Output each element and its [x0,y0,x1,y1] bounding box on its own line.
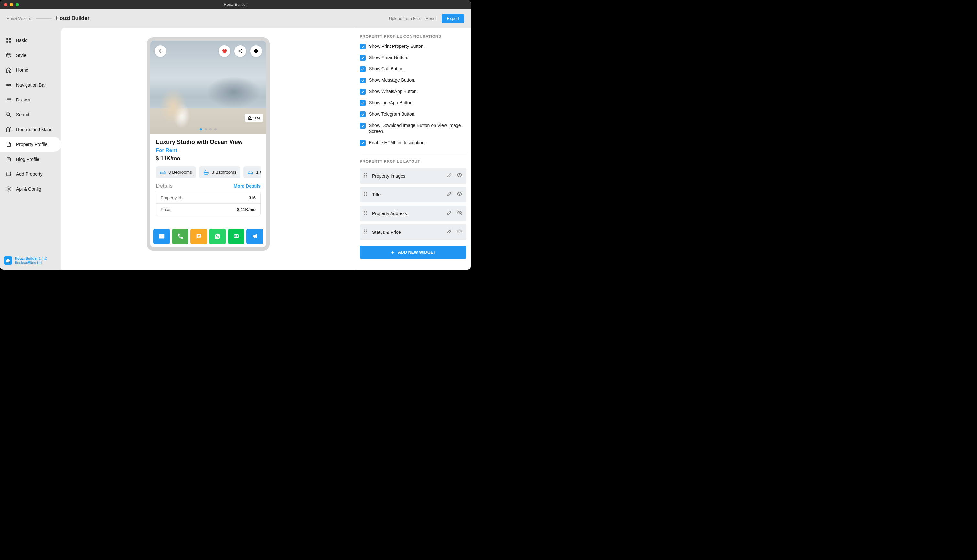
sidebar-item-navigation-bar[interactable]: Navigation Bar [0,78,62,92]
window-title: Houzi Builder [224,2,247,7]
eye-off-icon[interactable] [457,210,462,217]
drag-handle-icon[interactable] [364,173,368,179]
layout-row-address[interactable]: Property Address [360,206,466,221]
maximize-icon[interactable] [15,3,19,7]
edit-icon[interactable] [447,172,452,179]
check-email[interactable]: Show Email Button. [360,55,466,61]
drag-handle-icon[interactable] [364,229,368,235]
export-button[interactable]: Export [442,14,464,23]
table-row: Price:$ 11K/mo [156,204,260,215]
sidebar-item-label: Home [16,67,28,73]
svg-point-6 [8,53,9,54]
property-image[interactable]: 1/4 [150,41,266,134]
svg-point-66 [459,231,460,232]
drag-handle-icon[interactable] [364,210,368,217]
layout-row-status-price[interactable]: Status & Price [360,225,466,240]
svg-point-60 [365,229,365,230]
reset-button[interactable]: Reset [425,16,437,21]
favorite-button[interactable] [219,45,230,57]
property-price: $ 11K/mo [156,155,261,162]
svg-rect-11 [9,85,11,86]
edit-icon[interactable] [447,228,452,235]
svg-point-44 [459,175,460,176]
app-logo-icon [4,257,12,265]
edit-icon[interactable] [447,210,452,217]
check-message[interactable]: Show Message Button. [360,77,466,83]
svg-point-48 [366,193,367,194]
layout-row-images[interactable]: Property Images [360,168,466,184]
svg-rect-0 [7,38,8,40]
close-icon[interactable] [4,3,7,7]
svg-point-49 [365,195,365,196]
check-call[interactable]: Show Call Button. [360,66,466,72]
eye-icon[interactable] [457,191,462,198]
sidebar-item-label: Drawer [16,97,31,102]
dashboard-icon [6,37,12,43]
check-telegram[interactable]: Show Telegram Button. [360,111,466,117]
sidebar-item-search[interactable]: Search [0,107,62,122]
line-button[interactable]: LINE [228,228,245,244]
email-button[interactable] [153,228,170,244]
whatsapp-button[interactable] [209,228,226,244]
sidebar-item-results-maps[interactable]: Results and Maps [0,122,62,137]
more-details-link[interactable]: More Details [234,183,261,188]
message-button[interactable] [191,228,207,244]
upload-from-file-button[interactable]: Upload from File [389,16,420,21]
sidebar-item-style[interactable]: Style [0,48,62,63]
sidebar-item-drawer[interactable]: Drawer [0,92,62,107]
sidebar-item-basic[interactable]: Basic [0,33,62,48]
svg-point-51 [459,193,460,195]
svg-point-57 [366,214,367,215]
sidebar-item-property-profile[interactable]: Property Profile [0,137,62,152]
check-download-image[interactable]: Show Download Image Button on View Image… [360,122,466,135]
check-html-description[interactable]: Enable HTML in description. [360,140,466,146]
check-lineapp[interactable]: Show LineApp Button. [360,100,466,106]
drag-handle-icon[interactable] [364,192,368,198]
checkbox-icon [360,66,366,72]
edit-icon[interactable] [447,191,452,198]
print-button[interactable] [250,45,262,57]
page-title: Houzi Builder [56,15,89,21]
plus-icon [390,250,395,255]
sidebar-item-add-property[interactable]: Add Property [0,167,62,182]
wizard-link[interactable]: Houzi Wizard [7,16,31,21]
svg-point-15 [7,113,10,116]
titlebar: Houzi Builder [0,0,471,9]
svg-point-56 [365,214,365,215]
sidebar-item-api-config[interactable]: Api & Config [0,182,62,197]
back-button[interactable] [154,45,166,57]
divider [360,153,466,153]
check-print[interactable]: Show Print Property Button. [360,43,466,49]
divider [36,18,52,19]
svg-point-50 [366,195,367,196]
svg-point-52 [365,210,365,212]
checkbox-icon [360,112,366,117]
svg-point-46 [366,192,367,193]
sidebar-item-label: Navigation Bar [16,82,46,88]
svg-rect-1 [9,38,11,40]
eye-icon[interactable] [457,172,462,179]
telegram-button[interactable] [246,228,263,244]
svg-point-7 [9,55,10,55]
add-store-icon [6,171,12,177]
svg-point-23 [8,188,10,190]
share-button[interactable] [234,45,246,57]
phone-frame: 1/4 Luxury Studio with Ocean View For Re… [147,37,269,251]
layout-heading: PROPERTY PROFILE LAYOUT [360,159,466,164]
svg-point-53 [366,210,367,212]
sidebar-item-label: Search [16,112,30,117]
svg-line-28 [239,52,241,52]
svg-rect-9 [8,84,11,85]
sidebar-item-blog-profile[interactable]: Blog Profile [0,152,62,167]
call-button[interactable] [172,228,189,244]
search-icon [6,112,12,118]
sidebar-item-label: Style [16,53,26,58]
eye-icon[interactable] [457,228,462,235]
add-widget-button[interactable]: ADD NEW WIDGET [360,246,466,259]
check-whatsapp[interactable]: Show WhatsApp Button. [360,88,466,95]
chip-bedrooms: 3 Bedrooms [156,166,196,178]
layout-row-title[interactable]: Title [360,187,466,202]
minimize-icon[interactable] [10,3,13,7]
sidebar-item-home[interactable]: Home [0,63,62,78]
svg-point-55 [366,212,367,213]
